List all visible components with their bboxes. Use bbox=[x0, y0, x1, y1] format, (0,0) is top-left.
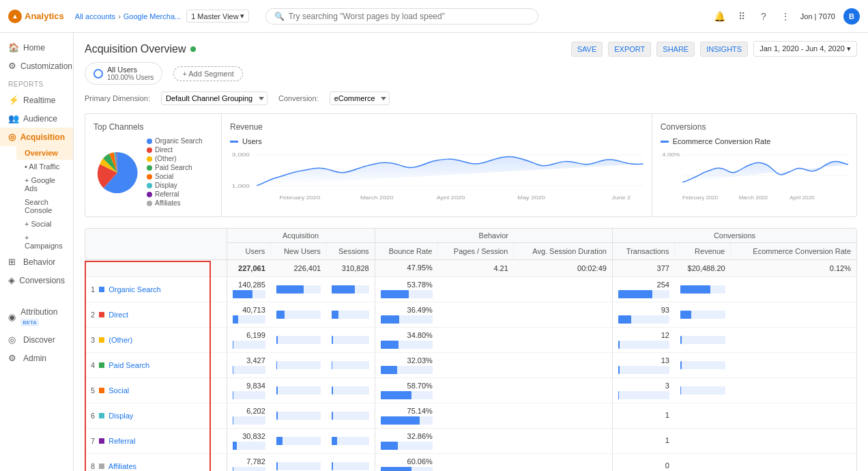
top-channels-panel: Top Channels bbox=[85, 114, 222, 216]
col-revenue[interactable]: Revenue bbox=[675, 243, 731, 260]
all-users-segment[interactable]: All Users 100.00% Users bbox=[85, 62, 162, 85]
avg-session-cell bbox=[514, 353, 613, 378]
channel-link[interactable]: Social bbox=[108, 386, 129, 395]
channel-link[interactable]: Paid Search bbox=[108, 361, 149, 369]
ecomm-rate-cell bbox=[731, 403, 856, 429]
search-bar[interactable]: 🔍 bbox=[265, 8, 538, 25]
date-range-picker[interactable]: Jan 1, 2020 - Jun 4, 2020 ▾ bbox=[753, 41, 857, 57]
transactions-cell: 3 bbox=[612, 378, 675, 403]
revenue-title: Revenue bbox=[230, 122, 643, 132]
sidebar-item-audience[interactable]: 👥 Audience bbox=[0, 109, 73, 128]
sidebar-item-attribution[interactable]: ◉ Attribution BETA bbox=[0, 303, 73, 330]
total-revenue: $20,488.20 bbox=[675, 260, 731, 277]
revenue-cell bbox=[675, 328, 731, 353]
channel-link[interactable]: Direct bbox=[108, 311, 128, 319]
sidebar-item-discover[interactable]: ◎ Discover bbox=[0, 330, 73, 349]
transactions-cell: 1 bbox=[612, 429, 675, 454]
col-transactions[interactable]: Transactions bbox=[612, 243, 675, 260]
data-table: Acquisition Behavior Conversions Users N… bbox=[85, 229, 856, 471]
bell-icon[interactable]: 🔔 bbox=[713, 10, 727, 23]
avg-session-cell bbox=[514, 429, 613, 454]
total-transactions: 377 bbox=[612, 260, 675, 277]
channel-link[interactable]: Referral bbox=[108, 437, 135, 445]
total-avg-session: 00:02:49 bbox=[514, 260, 613, 277]
col-ecomm-rate[interactable]: Ecommerce Conversion Rate bbox=[731, 243, 856, 260]
sidebar-item-search-console[interactable]: Search Console bbox=[16, 195, 73, 217]
realtime-icon: ⚡ bbox=[8, 95, 19, 105]
share-button[interactable]: SHARE bbox=[656, 42, 695, 57]
sidebar-item-all-traffic[interactable]: • All Traffic bbox=[16, 160, 73, 173]
dimensions-row: Primary Dimension: Default Channel Group… bbox=[85, 91, 857, 105]
save-button[interactable]: SAVE bbox=[571, 42, 603, 57]
add-segment-button[interactable]: + Add Segment bbox=[173, 66, 243, 81]
sidebar-item-acquisition[interactable]: ◎ Acquisition bbox=[0, 128, 73, 146]
sidebar-item-realtime[interactable]: ⚡ Realtime bbox=[0, 91, 73, 109]
ecomm-rate-cell bbox=[731, 353, 856, 378]
conversion-select[interactable]: eCommerce bbox=[330, 91, 390, 105]
analytics-logo[interactable]: ▲ Analytics bbox=[8, 10, 64, 23]
grid-icon[interactable]: ⠿ bbox=[735, 10, 749, 23]
channel-link[interactable]: (Other) bbox=[108, 336, 132, 344]
avg-session-cell bbox=[514, 378, 613, 403]
total-bounce-rate: 47.95% bbox=[375, 260, 438, 277]
sidebar-item-behavior[interactable]: ⊞ Behavior bbox=[0, 253, 73, 271]
table-row: 2 Direct 40,713 36.49% 93 bbox=[85, 302, 856, 328]
sidebar-item-customization[interactable]: ⚙ Customization bbox=[0, 57, 73, 75]
help-icon[interactable]: ? bbox=[757, 10, 770, 23]
breadcrumb-account[interactable]: Google Mercha... bbox=[124, 12, 181, 20]
channel-cell: 2 Direct bbox=[85, 302, 227, 328]
transactions-cell: 1 bbox=[612, 403, 675, 429]
primary-dimension-select[interactable]: Default Channel Grouping bbox=[161, 91, 267, 105]
users-bar-cell: 30,832 bbox=[227, 429, 271, 454]
col-avg-session[interactable]: Avg. Session Duration bbox=[514, 243, 613, 260]
channel-cell: 7 Referral bbox=[85, 429, 227, 454]
users-bar-cell: 6,199 bbox=[227, 328, 271, 353]
channel-link[interactable]: Affiliates bbox=[108, 462, 136, 470]
export-button[interactable]: EXPORT bbox=[608, 42, 651, 57]
master-view-selector[interactable]: 1 Master View ▾ bbox=[186, 10, 249, 23]
top-navigation: ▲ Analytics All accounts › Google Mercha… bbox=[0, 0, 868, 33]
col-bounce-rate[interactable]: Bounce Rate bbox=[375, 243, 438, 260]
table-row: 3 (Other) 6,199 34.80% 12 bbox=[85, 328, 856, 353]
sidebar-item-google-ads[interactable]: + Google Ads bbox=[16, 173, 73, 195]
channel-header bbox=[85, 229, 227, 260]
admin-icon: ⚙ bbox=[8, 353, 19, 363]
col-pages-session[interactable]: Pages / Session bbox=[438, 243, 514, 260]
conv-legend-label: Ecommerce Conversion Rate bbox=[673, 137, 771, 145]
channel-link[interactable]: Display bbox=[108, 412, 133, 420]
segment-circle-icon bbox=[93, 69, 103, 78]
sidebar-item-conversions[interactable]: ◈ Conversions bbox=[0, 271, 73, 289]
sidebar-item-campaigns[interactable]: + Campaigns bbox=[16, 231, 73, 253]
sidebar-item-social[interactable]: + Social bbox=[16, 217, 73, 231]
sidebar-item-admin[interactable]: ⚙ Admin bbox=[0, 349, 73, 367]
search-input[interactable] bbox=[289, 12, 530, 21]
svg-text:4.00%: 4.00% bbox=[662, 152, 680, 158]
ecomm-rate-cell bbox=[731, 302, 856, 328]
svg-text:June 2: June 2 bbox=[612, 195, 631, 201]
transactions-cell: 12 bbox=[612, 328, 675, 353]
col-users[interactable]: Users bbox=[227, 243, 271, 260]
ecomm-rate-cell bbox=[731, 378, 856, 403]
user-avatar[interactable]: B bbox=[843, 8, 860, 25]
conversion-label: Conversion: bbox=[278, 94, 319, 102]
pie-legend: Organic Search Direct (Other) Paid Searc… bbox=[147, 137, 202, 208]
breadcrumb-all-accounts[interactable]: All accounts bbox=[75, 12, 115, 20]
svg-text:February 2020: February 2020 bbox=[279, 195, 320, 201]
table-row: 7 Referral 30,832 32.86% 1 bbox=[85, 429, 856, 454]
page-title: Acquisition Overview bbox=[85, 43, 186, 55]
revenue-legend-label: Users bbox=[242, 137, 262, 145]
col-sessions[interactable]: Sessions bbox=[326, 243, 375, 260]
ecomm-rate-cell bbox=[731, 328, 856, 353]
insights-button[interactable]: INSIGHTS bbox=[700, 42, 748, 57]
transactions-cell: 0 bbox=[612, 454, 675, 472]
sidebar-item-home[interactable]: 🏠 Home bbox=[0, 38, 73, 57]
col-new-users[interactable]: New Users bbox=[271, 243, 326, 260]
new-users-bar-cell bbox=[271, 328, 326, 353]
revenue-cell bbox=[675, 429, 731, 454]
svg-text:April 2020: April 2020 bbox=[437, 195, 465, 201]
more-icon[interactable]: ⋮ bbox=[779, 10, 792, 23]
sidebar-item-overview[interactable]: Overview bbox=[16, 146, 73, 160]
pages-session-cell bbox=[438, 277, 514, 302]
pages-session-cell bbox=[438, 353, 514, 378]
channel-link[interactable]: Organic Search bbox=[108, 285, 160, 294]
